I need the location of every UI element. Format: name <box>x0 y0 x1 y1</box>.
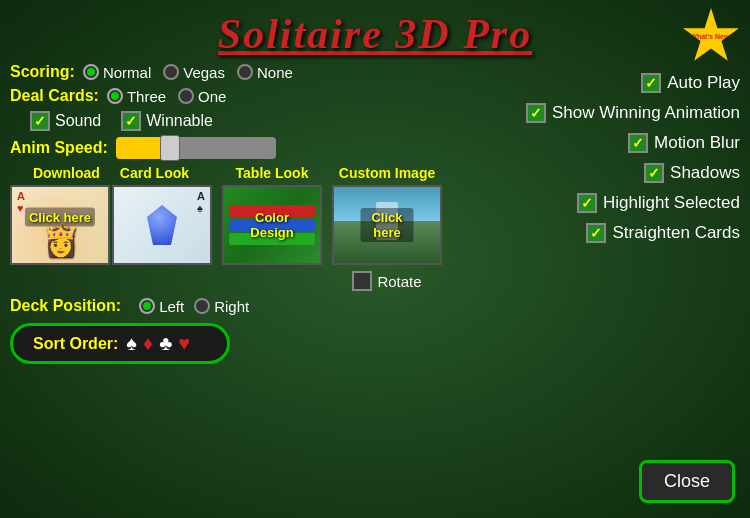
winnable-checkbox-item[interactable]: ✓ Winnable <box>121 111 213 131</box>
download-row: Download Card Look A♥ 👸 Click here A♠ <box>10 165 470 291</box>
deal-cards-label: Deal Cards: <box>10 87 99 105</box>
card-corner-b: A♠ <box>197 190 205 214</box>
scoring-none-radio[interactable] <box>237 64 253 80</box>
anim-speed-label: Anim Speed: <box>10 139 108 157</box>
sound-checkbox[interactable]: ✓ <box>30 111 50 131</box>
whats-new-badge[interactable]: What's New! <box>682 8 742 68</box>
deal-one[interactable]: One <box>178 88 226 105</box>
show-winning-label: Show Winning Animation <box>552 103 740 123</box>
scoring-none[interactable]: None <box>237 64 293 81</box>
auto-play-label: Auto Play <box>667 73 740 93</box>
sound-checkbox-item[interactable]: ✓ Sound <box>30 111 101 131</box>
card-corner-a: A♥ <box>17 190 25 214</box>
highlight-selected-row: ✓ Highlight Selected <box>490 193 740 213</box>
custom-image-label: Custom Image <box>339 165 435 181</box>
deck-left-radio[interactable] <box>139 298 155 314</box>
winnable-checkbox[interactable]: ✓ <box>121 111 141 131</box>
anim-speed-slider[interactable] <box>116 137 276 159</box>
scoring-vegas-radio[interactable] <box>163 64 179 80</box>
table-look-col: Table Look Color Design <box>222 165 322 265</box>
whats-new-label: What's New! <box>690 33 731 41</box>
card-look-label: Card Look <box>120 165 189 181</box>
card-look-col: Download Card Look A♥ 👸 Click here A♠ <box>10 165 212 265</box>
blue-gem-icon <box>147 205 177 245</box>
winnable-label: Winnable <box>146 112 213 130</box>
app-title: Solitaire 3D Pro <box>0 0 750 63</box>
sound-label: Sound <box>55 112 101 130</box>
sort-suits: ♠ ♦ ♣ ♥ <box>126 332 190 355</box>
table-design-line: Design <box>250 225 293 240</box>
scoring-normal-radio[interactable] <box>83 64 99 80</box>
straighten-cards-checkbox[interactable]: ✓ <box>586 223 606 243</box>
deck-left[interactable]: Left <box>139 298 184 315</box>
motion-blur-row: ✓ Motion Blur <box>490 133 740 153</box>
suit-heart: ♥ <box>178 332 190 355</box>
table-look-img[interactable]: Color Design <box>222 185 322 265</box>
scoring-vegas-label: Vegas <box>183 64 225 81</box>
sound-winnable-row: ✓ Sound ✓ Winnable <box>30 111 470 131</box>
custom-image-img[interactable]: Click here <box>332 185 442 265</box>
motion-blur-checkbox[interactable]: ✓ <box>628 133 648 153</box>
rotate-row: Rotate <box>352 271 421 291</box>
custom-image-col: Custom Image Click here Rotate <box>332 165 442 291</box>
scoring-normal[interactable]: Normal <box>83 64 151 81</box>
deck-left-label: Left <box>159 298 184 315</box>
straighten-cards-row: ✓ Straighten Cards <box>490 223 740 243</box>
straighten-cards-label: Straighten Cards <box>612 223 740 243</box>
card-look-img2[interactable]: A♠ <box>112 185 212 265</box>
deal-three[interactable]: Three <box>107 88 166 105</box>
highlight-selected-label: Highlight Selected <box>603 193 740 213</box>
show-winning-checkbox[interactable]: ✓ <box>526 103 546 123</box>
scoring-none-label: None <box>257 64 293 81</box>
shadows-row: ✓ Shadows <box>490 163 740 183</box>
sort-order-button[interactable]: Sort Order: ♠ ♦ ♣ ♥ <box>10 323 230 364</box>
deal-three-radio[interactable] <box>107 88 123 104</box>
deal-cards-row: Deal Cards: Three One <box>10 87 470 105</box>
scoring-row: Scoring: Normal Vegas None <box>10 63 470 81</box>
deal-one-radio[interactable] <box>178 88 194 104</box>
table-look-text: Color Design <box>250 210 293 240</box>
table-color-line: Color <box>255 210 289 225</box>
anim-speed-row: Anim Speed: <box>10 137 470 159</box>
suit-diamond: ♦ <box>143 332 153 355</box>
deck-right[interactable]: Right <box>194 298 249 315</box>
scoring-radio-group: Normal Vegas None <box>83 64 293 81</box>
custom-click-label[interactable]: Click here <box>361 208 414 242</box>
deck-right-radio[interactable] <box>194 298 210 314</box>
deal-cards-radio-group: Three One <box>107 88 227 105</box>
rotate-checkbox[interactable] <box>352 271 372 291</box>
sort-order-label: Sort Order: <box>33 335 118 353</box>
shadows-checkbox[interactable]: ✓ <box>644 163 664 183</box>
suit-club: ♣ <box>159 332 172 355</box>
card-click-label[interactable]: Click here <box>25 208 95 227</box>
deck-position-row: Deck Position: Left Right <box>10 297 470 315</box>
deal-one-label: One <box>198 88 226 105</box>
anim-speed-thumb[interactable] <box>160 135 180 161</box>
table-look-label: Table Look <box>236 165 309 181</box>
scoring-label: Scoring: <box>10 63 75 81</box>
motion-blur-label: Motion Blur <box>654 133 740 153</box>
scoring-normal-label: Normal <box>103 64 151 81</box>
auto-play-checkbox[interactable]: ✓ <box>641 73 661 93</box>
suit-spade: ♠ <box>126 332 137 355</box>
deal-three-label: Three <box>127 88 166 105</box>
rotate-label: Rotate <box>377 273 421 290</box>
card-look-img1[interactable]: A♥ 👸 Click here <box>10 185 110 265</box>
close-button[interactable]: Close <box>639 460 735 503</box>
deck-right-label: Right <box>214 298 249 315</box>
shadows-label: Shadows <box>670 163 740 183</box>
scoring-vegas[interactable]: Vegas <box>163 64 225 81</box>
show-winning-row: ✓ Show Winning Animation <box>490 103 740 123</box>
download-label: Download <box>33 165 100 181</box>
auto-play-row: ✓ Auto Play <box>490 73 740 93</box>
right-panel: ✓ Auto Play ✓ Show Winning Animation ✓ M… <box>480 63 740 364</box>
highlight-selected-checkbox[interactable]: ✓ <box>577 193 597 213</box>
deck-position-label: Deck Position: <box>10 297 121 315</box>
